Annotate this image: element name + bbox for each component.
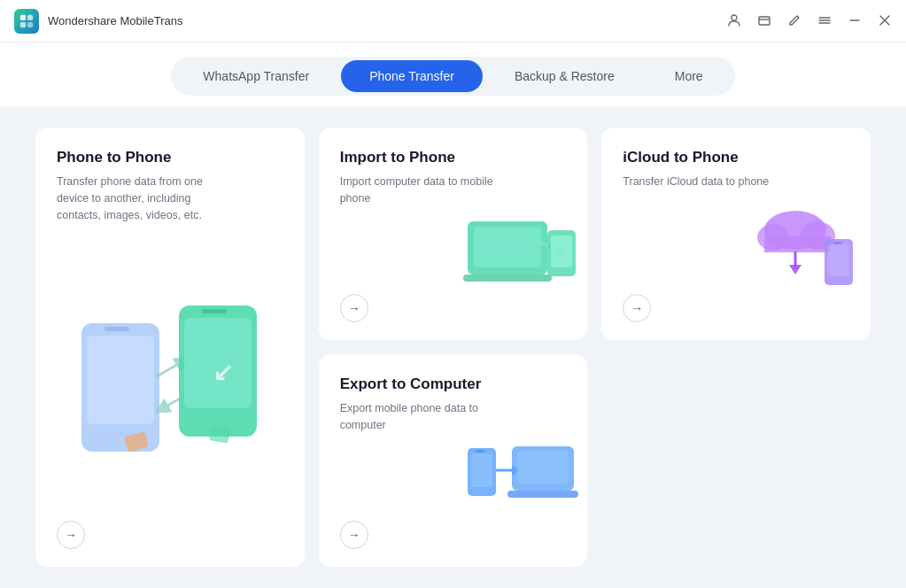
svg-marker-31 <box>789 265 801 275</box>
card-export-arrow[interactable]: → <box>340 521 368 549</box>
svg-rect-30 <box>764 236 831 252</box>
tab-phone[interactable]: Phone Transfer <box>341 60 483 92</box>
card-phone-to-phone-arrow[interactable]: → <box>57 521 85 549</box>
svg-rect-22 <box>474 227 541 267</box>
svg-rect-17 <box>202 309 227 313</box>
card-icloud-desc: Transfer iCloud data to phone <box>623 174 800 190</box>
svg-rect-37 <box>476 450 484 453</box>
card-phone-to-phone-desc: Transfer phone data from one device to a… <box>57 174 234 223</box>
card-icloud-title: iCloud to Phone <box>623 149 849 166</box>
tab-more[interactable]: More <box>647 60 732 92</box>
svg-rect-14 <box>105 327 129 331</box>
card-phone-to-phone-title: Phone to Phone <box>57 149 283 166</box>
svg-text:↙: ↙ <box>213 359 233 386</box>
svg-rect-33 <box>828 244 849 276</box>
app-logo <box>14 9 39 34</box>
svg-rect-5 <box>759 17 770 25</box>
main-content: Phone to Phone Transfer phone data from … <box>0 106 906 588</box>
svg-rect-40 <box>517 451 569 484</box>
card-export-to-computer[interactable]: Export to Computer Export mobile phone d… <box>319 354 588 567</box>
svg-rect-2 <box>20 21 26 27</box>
nav-tabs: WhatsApp Transfer Phone Transfer Backup … <box>171 57 734 96</box>
titlebar: Wondershare MobileTrans <box>0 0 906 43</box>
card-icloud-to-phone[interactable]: iCloud to Phone Transfer iCloud data to … <box>601 128 871 340</box>
app-title: Wondershare MobileTrans <box>48 14 727 27</box>
svg-rect-23 <box>463 275 552 282</box>
cards-grid: Phone to Phone Transfer phone data from … <box>35 128 871 567</box>
svg-rect-41 <box>507 491 578 498</box>
window-controls <box>727 13 892 29</box>
svg-rect-36 <box>471 453 492 487</box>
card-icloud-arrow[interactable]: → <box>623 294 651 322</box>
icloud-illustration <box>747 195 862 301</box>
minimize-icon[interactable] <box>848 13 862 29</box>
nav-area: WhatsApp Transfer Phone Transfer Backup … <box>0 43 906 106</box>
card-import-arrow[interactable]: → <box>340 294 368 322</box>
svg-rect-13 <box>87 336 154 424</box>
phone-to-phone-illustration: ↙ <box>73 288 267 465</box>
import-illustration <box>463 195 578 301</box>
svg-rect-34 <box>833 242 842 244</box>
svg-point-4 <box>732 15 737 20</box>
card-import-title: Import to Phone <box>340 149 567 166</box>
close-icon[interactable] <box>878 13 892 29</box>
svg-rect-3 <box>27 21 33 27</box>
menu-icon[interactable] <box>817 13 832 29</box>
card-phone-to-phone[interactable]: Phone to Phone Transfer phone data from … <box>35 128 305 567</box>
window-icon[interactable] <box>757 13 771 29</box>
svg-rect-0 <box>20 14 26 19</box>
edit-icon[interactable] <box>787 13 801 29</box>
svg-rect-1 <box>27 14 33 19</box>
card-import-to-phone[interactable]: Import to Phone Import computer data to … <box>319 128 588 340</box>
tab-whatsapp[interactable]: WhatsApp Transfer <box>174 60 337 92</box>
account-icon[interactable] <box>727 13 741 29</box>
svg-rect-26 <box>551 236 572 267</box>
export-illustration <box>463 422 578 528</box>
tab-backup[interactable]: Backup & Restore <box>486 60 643 92</box>
card-export-title: Export to Computer <box>340 375 567 393</box>
